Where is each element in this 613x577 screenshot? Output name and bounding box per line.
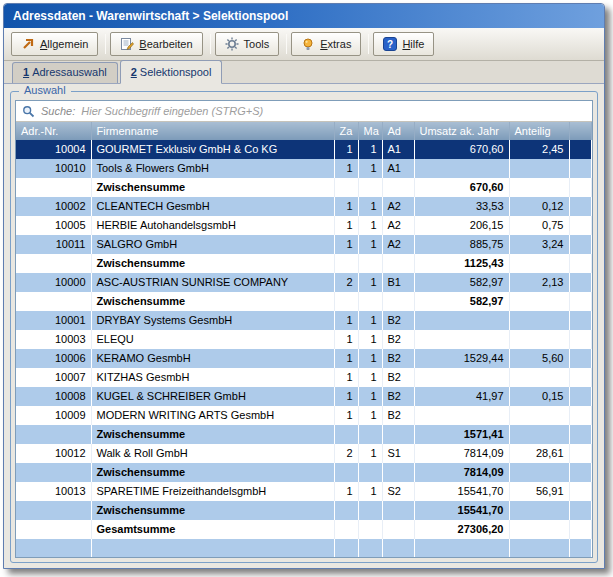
search-input[interactable]: Hier Suchbegriff eingeben (STRG+S) <box>81 105 263 117</box>
header-firmenname[interactable]: Firmenname <box>91 122 334 140</box>
cell-anteilig <box>509 159 569 178</box>
header-ma[interactable]: Ma <box>358 122 382 140</box>
table-row[interactable]: 10004GOURMET Exklusiv GmbH & Co KG11A167… <box>16 140 592 159</box>
header-umsatz[interactable]: Umsatz ak. Jahr <box>414 122 509 140</box>
cell-firmenname: Gesamtsumme <box>91 520 334 539</box>
table-row[interactable]: 10013SPARETIME FreizeithandelsgmbH11S215… <box>16 482 592 501</box>
cell-za <box>334 501 358 520</box>
allgemein-button[interactable]: Allgemein <box>11 32 98 56</box>
cell-ad <box>382 520 414 539</box>
cell-umsatz <box>414 406 509 425</box>
cell-ad: A2 <box>382 235 414 254</box>
hilfe-button[interactable]: ? Hilfe <box>373 32 434 56</box>
cell-umsatz <box>414 368 509 387</box>
cell-za: 1 <box>334 140 358 159</box>
cell-filler <box>569 140 592 159</box>
table-body: 10004GOURMET Exklusiv GmbH & Co KG11A167… <box>16 140 592 558</box>
search-icon <box>22 105 35 118</box>
cell-anteilig: 0,12 <box>509 197 569 216</box>
cell-filler <box>569 235 592 254</box>
cell-adr-nr: 10000 <box>16 273 91 292</box>
table-row[interactable]: 10009MODERN WRITING ARTS GesmbH11B2 <box>16 406 592 425</box>
cell-ad <box>382 539 414 558</box>
cell-umsatz: 582,97 <box>414 273 509 292</box>
tools-button[interactable]: Tools <box>215 32 280 56</box>
extras-button[interactable]: Extras <box>291 32 361 56</box>
cell-umsatz: 15541,70 <box>414 501 509 520</box>
cell-ad: B1 <box>382 273 414 292</box>
arrow-ne-icon <box>21 37 35 51</box>
table-row[interactable]: 10007KITZHAS GesmbH11B2 <box>16 368 592 387</box>
table-row[interactable]: 10003ELEQU11B2 <box>16 330 592 349</box>
selection-table: Adr.-Nr. Firmenname Za Ma Ad Umsatz ak. … <box>16 122 592 558</box>
cell-ma <box>358 539 382 558</box>
table-row[interactable]: 10011SALGRO GmbH11A2885,753,24 <box>16 235 592 254</box>
table-row[interactable]: 10002CLEANTECH GesmbH11A233,530,12 <box>16 197 592 216</box>
cell-filler <box>569 368 592 387</box>
cell-filler <box>569 539 592 558</box>
cell-umsatz: 582,97 <box>414 292 509 311</box>
cell-za <box>334 425 358 444</box>
cell-umsatz: 41,97 <box>414 387 509 406</box>
tab-adressauswahl[interactable]: 1Adressauswahl <box>12 62 118 83</box>
cell-umsatz: 1529,44 <box>414 349 509 368</box>
cell-filler <box>569 425 592 444</box>
cell-adr-nr <box>16 501 91 520</box>
cell-anteilig: 5,60 <box>509 349 569 368</box>
cell-filler <box>569 292 592 311</box>
table-row[interactable]: 10001DRYBAY Systems GesmbH11B2 <box>16 311 592 330</box>
cell-anteilig: 56,91 <box>509 482 569 501</box>
cell-adr-nr: 10002 <box>16 197 91 216</box>
cell-firmenname: Zwischensumme <box>91 254 334 273</box>
cell-filler <box>569 254 592 273</box>
header-ad[interactable]: Ad <box>382 122 414 140</box>
bearbeiten-button[interactable]: Bearbeiten <box>110 32 202 56</box>
table-row[interactable]: 10000ASC-AUSTRIAN SUNRISE COMPANY21B1582… <box>16 273 592 292</box>
tab-selektionspool[interactable]: 2Selektionspool <box>120 60 223 84</box>
table-row[interactable]: 10012Walk & Roll GmbH21S17814,0928,61 <box>16 444 592 463</box>
search-bar[interactable]: Suche: Hier Suchbegriff eingeben (STRG+S… <box>16 101 592 122</box>
cell-firmenname: KUGEL & SCHREIBER GmbH <box>91 387 334 406</box>
cell-umsatz: 33,53 <box>414 197 509 216</box>
tools-label: Tools <box>244 38 270 50</box>
cell-za <box>334 463 358 482</box>
table-row[interactable]: 10008KUGEL & SCHREIBER GmbH11B241,970,15 <box>16 387 592 406</box>
cell-ad: B2 <box>382 406 414 425</box>
cell-firmenname: HERBIE AutohandelsgsmbH <box>91 216 334 235</box>
title-bar[interactable]: Adressdaten - Warenwirtschaft > Selektio… <box>4 4 604 28</box>
cell-umsatz: 7814,09 <box>414 463 509 482</box>
cell-filler <box>569 463 592 482</box>
header-anteilig[interactable]: Anteilig <box>509 122 569 140</box>
content-panel: Auswahl Suche: Hier Suchbegriff eingeben… <box>4 84 604 568</box>
cell-za: 1 <box>334 311 358 330</box>
cell-ma: 1 <box>358 235 382 254</box>
toolbar-separator <box>368 34 369 54</box>
cell-firmenname <box>91 539 334 558</box>
cell-adr-nr: 10013 <box>16 482 91 501</box>
header-za[interactable]: Za <box>334 122 358 140</box>
cell-za: 1 <box>334 482 358 501</box>
cell-adr-nr: 10007 <box>16 368 91 387</box>
cell-ad: B2 <box>382 311 414 330</box>
cell-adr-nr: 10003 <box>16 330 91 349</box>
header-adr-nr[interactable]: Adr.-Nr. <box>16 122 91 140</box>
cell-anteilig: 3,24 <box>509 235 569 254</box>
window-title: Adressdaten - Warenwirtschaft > Selektio… <box>13 9 288 23</box>
cell-filler <box>569 197 592 216</box>
cell-za: 1 <box>334 387 358 406</box>
table-row[interactable]: 10010Tools & Flowers GmbH11A1 <box>16 159 592 178</box>
cell-za: 2 <box>334 273 358 292</box>
cell-firmenname: KITZHAS GesmbH <box>91 368 334 387</box>
cell-umsatz: 1125,43 <box>414 254 509 273</box>
cell-ma: 1 <box>358 387 382 406</box>
table-row[interactable]: 10005HERBIE AutohandelsgsmbH11A2206,150,… <box>16 216 592 235</box>
cell-adr-nr: 10008 <box>16 387 91 406</box>
table-header-row: Adr.-Nr. Firmenname Za Ma Ad Umsatz ak. … <box>16 122 592 140</box>
cell-ad <box>382 463 414 482</box>
table-row[interactable]: 10006KERAMO GesmbH11B21529,445,60 <box>16 349 592 368</box>
cell-ma: 1 <box>358 159 382 178</box>
cell-ad: A2 <box>382 216 414 235</box>
extras-label: Extras <box>320 38 351 50</box>
cell-anteilig <box>509 311 569 330</box>
cell-ad: B2 <box>382 330 414 349</box>
